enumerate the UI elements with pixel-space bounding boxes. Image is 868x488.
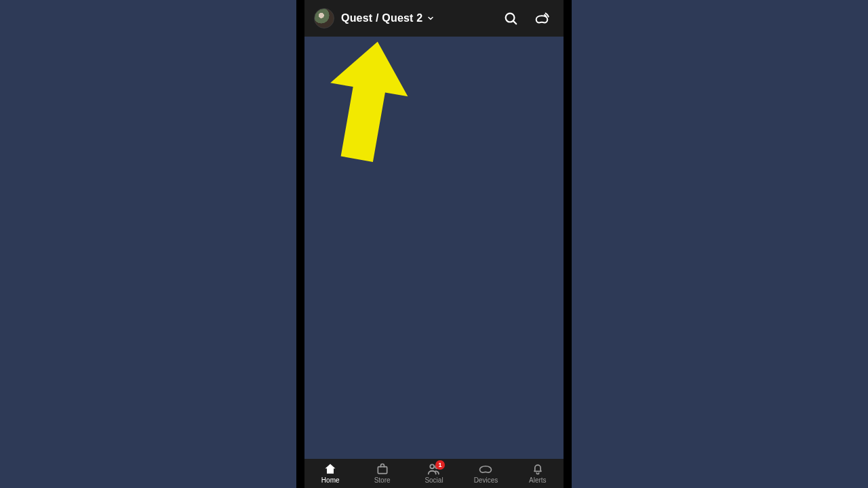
nav-home[interactable]: Home <box>304 462 356 485</box>
search-button[interactable] <box>498 6 523 30</box>
arrow-up-icon <box>319 159 414 171</box>
nav-alerts-label: Alerts <box>529 476 547 485</box>
home-icon <box>323 462 337 476</box>
user-avatar[interactable] <box>314 8 334 28</box>
content-area <box>304 37 564 459</box>
search-icon <box>503 11 518 26</box>
cast-button[interactable] <box>530 6 554 30</box>
nav-devices-label: Devices <box>474 476 498 485</box>
phone-screen: Quest / Quest 2 <box>304 0 564 488</box>
nav-store[interactable]: Store <box>356 462 408 485</box>
nav-alerts[interactable]: Alerts <box>512 462 564 485</box>
svg-line-1 <box>513 21 516 24</box>
bell-icon <box>531 462 545 476</box>
store-icon <box>376 462 389 476</box>
chevron-down-icon <box>427 14 435 22</box>
nav-social-label: Social <box>425 476 443 485</box>
headset-icon <box>478 462 493 476</box>
svg-rect-3 <box>378 467 387 474</box>
nav-social[interactable]: 1 Social <box>408 462 460 485</box>
nav-store-label: Store <box>374 476 391 485</box>
svg-marker-2 <box>319 37 414 166</box>
top-bar: Quest / Quest 2 <box>304 0 564 37</box>
nav-home-label: Home <box>321 476 340 485</box>
bottom-nav: Home Store 1 Social <box>304 459 564 488</box>
svg-point-4 <box>430 464 434 468</box>
phone-frame: Quest / Quest 2 <box>296 0 572 488</box>
arrow-callout <box>319 37 414 169</box>
nav-devices[interactable]: Devices <box>460 462 511 485</box>
device-selector-label: Quest / Quest 2 <box>341 12 422 24</box>
cast-icon <box>534 11 550 26</box>
device-selector[interactable]: Quest / Quest 2 <box>341 12 435 24</box>
nav-social-badge: 1 <box>435 460 445 470</box>
